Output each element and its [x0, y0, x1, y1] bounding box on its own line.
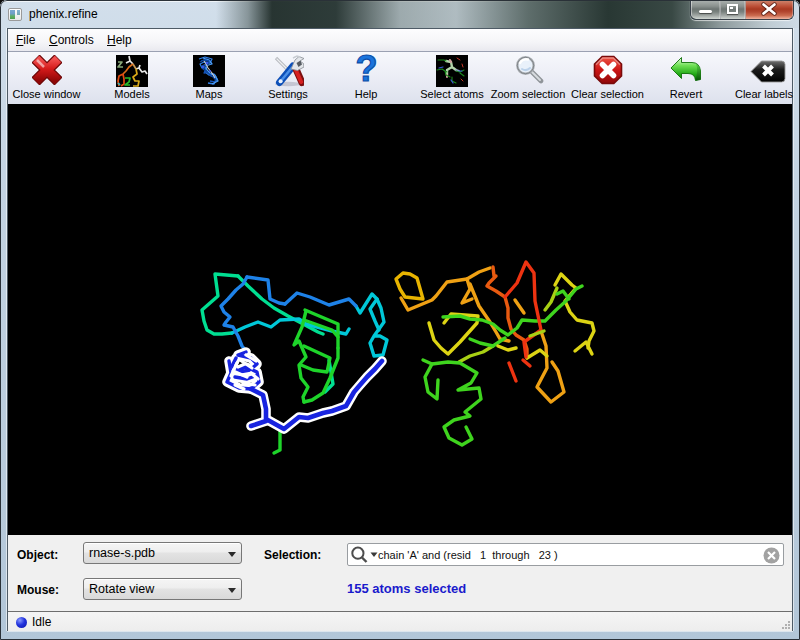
svg-text:?: ?	[356, 54, 377, 84]
